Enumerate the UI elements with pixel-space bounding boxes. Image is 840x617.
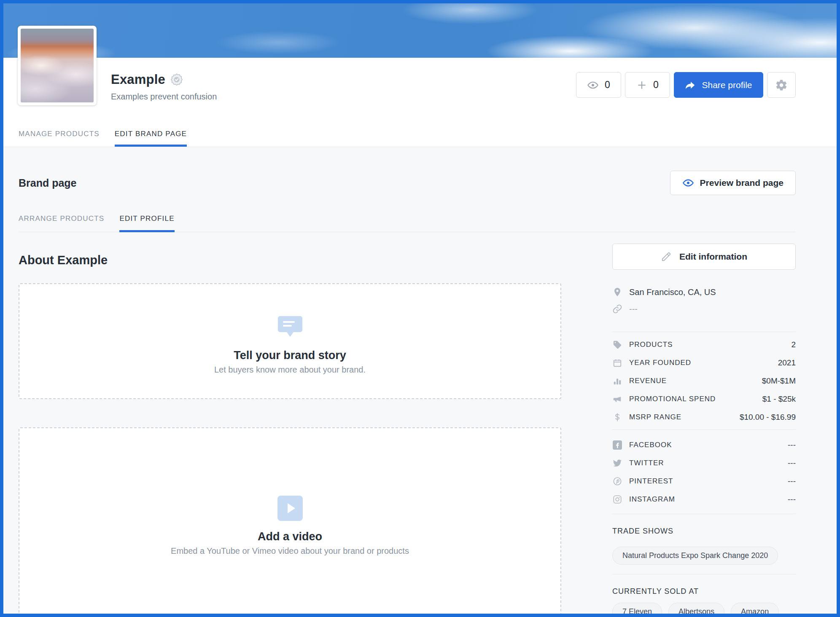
social-value: --- <box>788 495 796 504</box>
followers-count: 0 <box>653 79 659 91</box>
location-pin-icon <box>612 287 622 297</box>
link-icon <box>612 304 622 314</box>
megaphone-icon <box>612 394 622 404</box>
social-label: FACEBOOK <box>629 441 672 449</box>
follow-button[interactable]: 0 <box>625 72 670 98</box>
stat-value: $1 - $25k <box>762 394 796 404</box>
tab-edit-profile[interactable]: EDIT PROFILE <box>119 215 174 232</box>
page-content: Brand page Preview brand page ARRANGE PR… <box>3 171 837 617</box>
calendar-icon <box>612 358 622 368</box>
share-profile-button[interactable]: Share profile <box>674 72 763 98</box>
social-row-facebook: FACEBOOK --- <box>612 436 796 454</box>
trade-shows-list: Natural Products Expo Spark Change 2020 <box>612 547 796 565</box>
add-video-subtitle: Embed a YouTube or Vimeo video about you… <box>19 546 560 556</box>
page-title: Brand page <box>19 177 77 189</box>
sidebar-divider <box>612 574 796 574</box>
brand-story-placeholder[interactable]: Tell your brand story Let buyers know mo… <box>19 283 561 399</box>
stat-label: YEAR FOUNDED <box>629 359 691 367</box>
share-profile-label: Share profile <box>702 80 752 90</box>
currently-sold-at-heading: CURRENTLY SOLD AT <box>612 587 796 596</box>
stat-label: MSRP RANGE <box>629 413 681 421</box>
views-count: 0 <box>605 79 610 91</box>
avatar-image <box>21 29 94 102</box>
sidebar-divider <box>612 514 796 514</box>
brand-story-title: Tell your brand story <box>19 349 560 362</box>
retailer-chip: 7 Eleven <box>612 603 662 617</box>
header-actions: 0 0 Share profil <box>576 72 796 98</box>
brand-page-tab-bar: ARRANGE PRODUCTS EDIT PROFILE <box>19 215 796 232</box>
sidebar-divider <box>612 332 796 332</box>
pinterest-icon <box>612 476 622 486</box>
preview-brand-page-label: Preview brand page <box>700 178 783 188</box>
social-value: --- <box>788 440 796 450</box>
stat-label: REVENUE <box>629 377 667 385</box>
location-row: San Francisco, CA, US <box>612 285 796 299</box>
avatar <box>18 26 97 105</box>
stat-row-revenue: REVENUE $0M-$1M <box>612 372 796 390</box>
facebook-icon <box>612 440 622 450</box>
about-section: About Example Tell your brand story Let … <box>19 244 561 617</box>
tab-edit-brand-page[interactable]: EDIT BRAND PAGE <box>115 130 187 147</box>
brand-title: Example <box>111 72 165 87</box>
website-value: --- <box>629 304 638 314</box>
website-row: --- <box>612 302 796 316</box>
brand-info-sidebar: Edit information San Francisco, CA, US <box>612 244 796 617</box>
stat-value: $0M-$1M <box>762 376 796 386</box>
brand-tagline: Examples prevent confusion <box>111 92 217 102</box>
cover-photo <box>3 3 837 58</box>
social-value: --- <box>788 459 796 468</box>
brand-identity: Example Examples prevent confusion <box>111 72 217 102</box>
stat-row-msrp-range: MSRP RANGE $10.00 - $16.99 <box>612 408 796 426</box>
retailer-chip: Amazon <box>731 603 779 617</box>
social-label: PINTEREST <box>629 477 673 486</box>
social-row-twitter: TWITTER --- <box>612 454 796 472</box>
gear-icon <box>775 79 788 91</box>
social-row-instagram: INSTAGRAM --- <box>612 490 796 508</box>
tab-arrange-products[interactable]: ARRANGE PRODUCTS <box>19 215 104 232</box>
instagram-icon <box>612 494 622 504</box>
edit-information-label: Edit information <box>679 252 747 262</box>
tab-manage-products[interactable]: MANAGE PRODUCTS <box>19 130 100 147</box>
trade-shows-heading: TRADE SHOWS <box>612 527 796 536</box>
location-value: San Francisco, CA, US <box>629 287 716 297</box>
stat-label: PROMOTIONAL SPEND <box>629 395 716 403</box>
retailer-chip: Albertsons <box>668 603 724 617</box>
stat-value: $10.00 - $16.99 <box>740 413 796 422</box>
edit-information-button[interactable]: Edit information <box>612 244 796 270</box>
bar-chart-icon <box>612 376 622 386</box>
dollar-icon <box>612 412 622 422</box>
trade-show-chip: Natural Products Expo Spark Change 2020 <box>612 547 778 565</box>
social-label: INSTAGRAM <box>629 495 675 504</box>
stat-row-products: PRODUCTS 2 <box>612 335 796 354</box>
stat-label: PRODUCTS <box>629 341 673 349</box>
twitter-icon <box>612 458 622 468</box>
tag-icon <box>612 340 622 350</box>
brand-page-window: Example Examples prevent confusion <box>0 0 840 617</box>
profile-header: Example Examples prevent confusion <box>3 58 837 147</box>
social-value: --- <box>788 477 796 486</box>
preview-brand-page-button[interactable]: Preview brand page <box>670 171 796 195</box>
views-button[interactable]: 0 <box>576 72 621 98</box>
brand-story-subtitle: Let buyers know more about your brand. <box>19 365 560 375</box>
about-heading: About Example <box>19 253 561 267</box>
preview-eye-icon <box>682 177 694 189</box>
settings-button[interactable] <box>767 72 796 98</box>
social-row-pinterest: PINTEREST --- <box>612 472 796 490</box>
speech-bubble-icon <box>277 314 304 341</box>
stat-row-year-founded: YEAR FOUNDED 2021 <box>612 354 796 372</box>
play-icon <box>277 495 304 522</box>
verified-badge-icon <box>170 73 183 86</box>
sidebar-divider <box>612 429 796 430</box>
sold-at-list: 7 Eleven Albertsons Amazon <box>612 603 796 617</box>
add-video-title: Add a video <box>19 530 560 543</box>
stat-value: 2 <box>791 340 796 349</box>
social-label: TWITTER <box>629 459 664 467</box>
add-video-placeholder[interactable]: Add a video Embed a YouTube or Vimeo vid… <box>19 427 561 617</box>
stat-row-promotional-spend: PROMOTIONAL SPEND $1 - $25k <box>612 390 796 408</box>
plus-icon <box>636 80 647 91</box>
pencil-icon <box>661 251 672 262</box>
eye-icon <box>587 79 599 91</box>
stat-value: 2021 <box>778 358 796 368</box>
header-tab-bar: MANAGE PRODUCTS EDIT BRAND PAGE <box>19 130 187 147</box>
share-icon <box>685 80 696 91</box>
